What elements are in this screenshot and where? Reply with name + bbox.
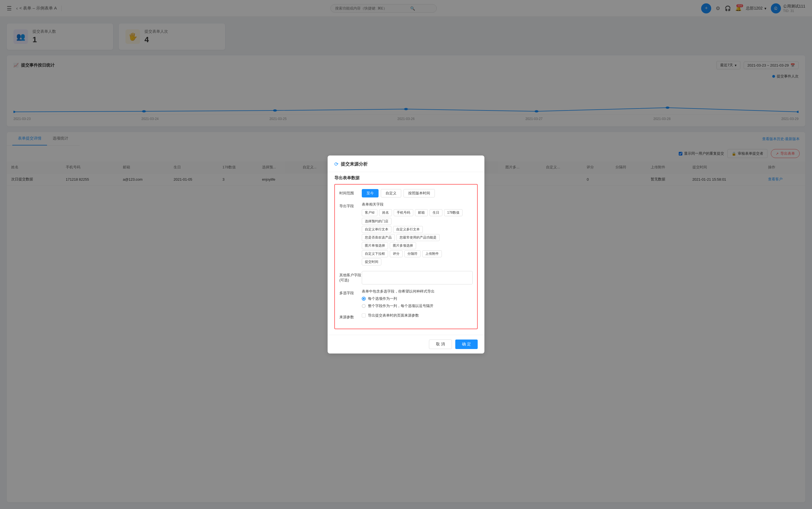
- source-param-label: 来源参数: [339, 313, 362, 320]
- source-row: 导出提交表单时的页面来源参数: [362, 313, 473, 318]
- field-tag-5[interactable]: 178数值: [444, 209, 463, 216]
- multi-select-content: 表单中包含多选字段，你希望以何种样式导出 每个选项作为一列 整个字段作为一列，每…: [362, 289, 473, 308]
- export-modal: ⟳ 提交来源分析 导出表单数据 时间范围 至今 自定义 按照版本时间: [327, 156, 485, 353]
- export-field-label: 导出字段: [339, 202, 362, 209]
- field-tag-12[interactable]: 图片多项选择: [390, 242, 416, 249]
- field-tag-4[interactable]: 生日: [430, 209, 442, 216]
- time-button-group: 至今 自定义 按照版本时间: [362, 189, 473, 198]
- other-fields-row: 其他客户字段(可选): [339, 271, 473, 284]
- field-tag-0[interactable]: 客户Id: [362, 209, 377, 216]
- modal-header-icon: ⟳: [334, 161, 339, 167]
- time-range-label: 时间范围: [339, 189, 362, 196]
- other-fields-content: [362, 271, 473, 284]
- time-range-row: 时间范围 至今 自定义 按照版本时间: [339, 189, 473, 198]
- other-fields-label: 其他客户字段(可选): [339, 271, 362, 283]
- export-field-row: 导出字段 表单相关字段 客户Id 姓名 手机号码 邮箱 生日 178数值 选择预…: [339, 202, 473, 267]
- field-tag-8[interactable]: 自定义多行文本: [393, 226, 423, 233]
- field-tags-container: 客户Id 姓名 手机号码 邮箱 生日 178数值 选择预约的门店: [362, 209, 473, 225]
- field-tag-7[interactable]: 自定义单行文本: [362, 226, 392, 233]
- field-tags-container-4: 图片单项选择 图片多项选择: [362, 242, 473, 249]
- field-tag-2[interactable]: 手机号码: [394, 209, 413, 216]
- field-tags-container-6: 提交时间: [362, 259, 473, 265]
- field-tag-16[interactable]: 上传附件: [422, 250, 442, 257]
- field-tag-15[interactable]: 分隔符: [404, 250, 420, 257]
- modal-overlay[interactable]: ⟳ 提交来源分析 导出表单数据 时间范围 至今 自定义 按照版本时间: [0, 0, 812, 509]
- multi-select-label: 多选字段: [339, 289, 362, 296]
- radio-option-1[interactable]: 整个字段作为一列，每个选项以逗号隔开: [362, 303, 473, 308]
- field-tag-13[interactable]: 自定义下拉框: [362, 250, 388, 257]
- radio-group: 每个选项作为一列 整个字段作为一列，每个选项以逗号隔开: [362, 296, 473, 308]
- multi-select-row: 多选字段 表单中包含多选字段，你希望以何种样式导出 每个选项作为一列 整个字段作…: [339, 289, 473, 308]
- field-tags-container-3: 您是否喜欢该产品 您最常使用的产品功能是: [362, 234, 473, 241]
- time-range-content: 至今 自定义 按照版本时间: [362, 189, 473, 198]
- field-tag-1[interactable]: 姓名: [379, 209, 392, 216]
- source-param-check-label: 导出提交表单时的页面来源参数: [368, 313, 419, 318]
- time-btn-version[interactable]: 按照版本时间: [404, 189, 435, 198]
- field-tags-container-2: 自定义单行文本 自定义多行文本: [362, 226, 473, 233]
- field-tag-14[interactable]: 评分: [390, 250, 403, 257]
- field-tags-container-5: 自定义下拉框 评分 分隔符 上传附件: [362, 250, 473, 257]
- modal-subtitle: 导出表单数据: [327, 172, 485, 184]
- radio-circle-0: [362, 297, 366, 301]
- time-btn-custom[interactable]: 自定义: [381, 189, 401, 198]
- field-tag-3[interactable]: 邮箱: [415, 209, 428, 216]
- modal-footer: 取 消 确 定: [327, 335, 485, 353]
- modal-body: 时间范围 至今 自定义 按照版本时间 导出字段 表单相关字段: [327, 184, 485, 335]
- modal-header: ⟳ 提交来源分析: [327, 156, 485, 172]
- field-tag-9[interactable]: 您是否喜欢该产品: [362, 234, 395, 241]
- field-tag-6[interactable]: 选择预约的门店: [362, 218, 392, 225]
- radio-option-0[interactable]: 每个选项作为一列: [362, 296, 473, 301]
- time-btn-now[interactable]: 至今: [362, 189, 379, 198]
- form-related-label: 表单相关字段: [362, 202, 473, 207]
- field-tag-11[interactable]: 图片单项选择: [362, 242, 388, 249]
- export-field-content: 表单相关字段 客户Id 姓名 手机号码 邮箱 生日 178数值 选择预约的门店 …: [362, 202, 473, 267]
- field-tag-17[interactable]: 提交时间: [362, 259, 381, 265]
- radio-label-1: 整个字段作为一列，每个选项以逗号隔开: [368, 303, 433, 308]
- radio-circle-1: [362, 304, 366, 308]
- cancel-button[interactable]: 取 消: [429, 340, 452, 349]
- source-param-content: 导出提交表单时的页面来源参数: [362, 313, 473, 318]
- confirm-button[interactable]: 确 定: [455, 340, 478, 349]
- radio-label-0: 每个选项作为一列: [368, 296, 397, 301]
- source-param-row: 来源参数 导出提交表单时的页面来源参数: [339, 313, 473, 320]
- other-fields-input[interactable]: [362, 271, 473, 284]
- modal-title: 提交来源分析: [341, 161, 368, 167]
- multi-select-desc: 表单中包含多选字段，你希望以何种样式导出: [362, 289, 473, 294]
- field-tag-10[interactable]: 您最常使用的产品功能是: [397, 234, 440, 241]
- modal-form-box: 时间范围 至今 自定义 按照版本时间 导出字段 表单相关字段: [334, 184, 478, 329]
- source-param-checkbox[interactable]: [362, 313, 366, 317]
